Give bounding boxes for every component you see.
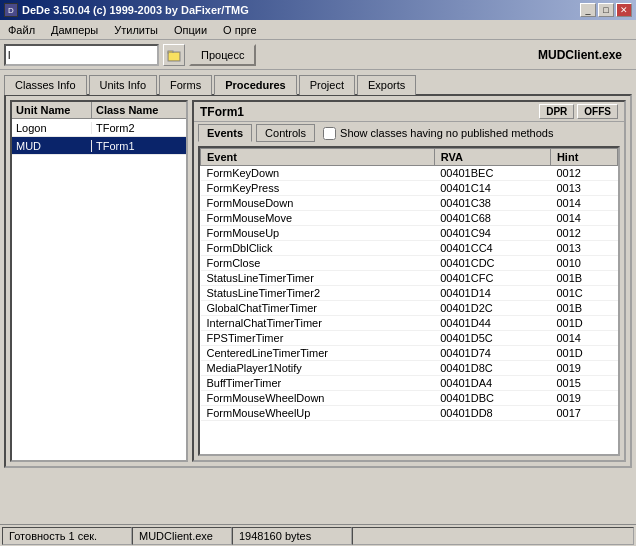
table-row[interactable]: FormMouseWheelDown00401DBC0019	[201, 391, 618, 406]
main-tabs: Classes Info Units Info Forms Procedures…	[4, 74, 632, 94]
hint-cell: 0015	[550, 376, 617, 391]
show-classes-checkbox[interactable]	[323, 127, 336, 140]
tab-events[interactable]: Events	[198, 124, 252, 142]
process-button[interactable]: Процесс	[189, 44, 256, 66]
events-table-header-row: Event RVA Hint	[201, 149, 618, 166]
content-area: Unit Name Class Name Logon TForm2 MUD TF…	[10, 100, 626, 462]
menu-utilities[interactable]: Утилиты	[110, 22, 162, 38]
hint-cell: 0012	[550, 226, 617, 241]
load-button[interactable]	[163, 44, 185, 66]
rva-cell: 00401CC4	[434, 241, 550, 256]
menu-options[interactable]: Опции	[170, 22, 211, 38]
event-cell: FormKeyPress	[201, 181, 435, 196]
rva-cell: 00401D5C	[434, 331, 550, 346]
tab-content-panel: Unit Name Class Name Logon TForm2 MUD TF…	[4, 94, 632, 468]
unit-name-cell: MUD	[12, 140, 92, 152]
event-cell: MediaPlayer1Notify	[201, 361, 435, 376]
maximize-button[interactable]: □	[598, 3, 614, 17]
class-name-header: Class Name	[92, 102, 186, 118]
status-filesize: 1948160 bytes	[232, 527, 352, 545]
svg-rect-2	[169, 53, 179, 60]
toolbar: Процесс MUDClient.exe	[0, 40, 636, 70]
rva-cell: 00401DA4	[434, 376, 550, 391]
events-table-body: FormKeyDown00401BEC0012FormKeyPress00401…	[201, 166, 618, 421]
menu-file[interactable]: Файл	[4, 22, 39, 38]
menu-dampers[interactable]: Дамперы	[47, 22, 102, 38]
hint-cell: 0010	[550, 256, 617, 271]
unit-list-panel: Unit Name Class Name Logon TForm2 MUD TF…	[10, 100, 188, 462]
menu-bar: Файл Дамперы Утилиты Опции О прге	[0, 20, 636, 40]
table-row[interactable]: StatusLineTimerTimer00401CFC001B	[201, 271, 618, 286]
rva-cell: 00401D2C	[434, 301, 550, 316]
hint-cell: 0014	[550, 331, 617, 346]
title-bar: D DeDe 3.50.04 (c) 1999-2003 by DaFixer/…	[0, 0, 636, 20]
rva-cell: 00401DBC	[434, 391, 550, 406]
show-classes-checkbox-area: Show classes having no published methods	[323, 127, 553, 140]
list-item[interactable]: MUD TForm1	[12, 137, 186, 155]
table-row[interactable]: MediaPlayer1Notify00401D8C0019	[201, 361, 618, 376]
rva-col-header: RVA	[434, 149, 550, 166]
hint-cell: 0017	[550, 406, 617, 421]
table-row[interactable]: InternalChatTimerTimer00401D44001D	[201, 316, 618, 331]
right-panel: TForm1 DPR OFFS Events Controls Show cla…	[192, 100, 626, 462]
hint-col-header: Hint	[550, 149, 617, 166]
tab-controls[interactable]: Controls	[256, 124, 315, 142]
hint-cell: 001B	[550, 271, 617, 286]
search-input[interactable]	[4, 44, 159, 66]
tab-classes-info[interactable]: Classes Info	[4, 75, 87, 95]
hint-cell: 001C	[550, 286, 617, 301]
offs-button[interactable]: OFFS	[577, 104, 618, 119]
rva-cell: 00401CFC	[434, 271, 550, 286]
table-row[interactable]: CenteredLineTimerTimer00401D74001D	[201, 346, 618, 361]
table-row[interactable]: FormMouseDown00401C380014	[201, 196, 618, 211]
tab-units-info[interactable]: Units Info	[89, 75, 157, 95]
rva-cell: 00401CDC	[434, 256, 550, 271]
event-cell: FormMouseWheelDown	[201, 391, 435, 406]
table-row[interactable]: FormDblClick00401CC40013	[201, 241, 618, 256]
unit-name-header: Unit Name	[12, 102, 92, 118]
tab-forms[interactable]: Forms	[159, 75, 212, 95]
tab-exports[interactable]: Exports	[357, 75, 416, 95]
table-row[interactable]: StatusLineTimerTimer200401D14001C	[201, 286, 618, 301]
rva-cell: 00401D74	[434, 346, 550, 361]
event-cell: BuffTimerTimer	[201, 376, 435, 391]
title-bar-buttons: _ □ ✕	[580, 3, 632, 17]
table-row[interactable]: FormMouseMove00401C680014	[201, 211, 618, 226]
unit-list-body: Logon TForm2 MUD TForm1	[12, 119, 186, 155]
tab-procedures[interactable]: Procedures	[214, 75, 297, 95]
inner-tabs-row: Events Controls Show classes having no p…	[194, 122, 624, 144]
table-row[interactable]: GlobalChatTimerTimer00401D2C001B	[201, 301, 618, 316]
form-title: TForm1	[200, 105, 536, 119]
hint-cell: 001D	[550, 346, 617, 361]
table-row[interactable]: FormMouseWheelUp00401DD80017	[201, 406, 618, 421]
app-title: MUDClient.exe	[538, 48, 632, 62]
events-table-wrapper[interactable]: Event RVA Hint FormKeyDown00401BEC0012Fo…	[198, 146, 620, 456]
close-button[interactable]: ✕	[616, 3, 632, 17]
status-filename: MUDClient.exe	[132, 527, 232, 545]
hint-cell: 001B	[550, 301, 617, 316]
list-item[interactable]: Logon TForm2	[12, 119, 186, 137]
hint-cell: 0014	[550, 196, 617, 211]
table-row[interactable]: FormClose00401CDC0010	[201, 256, 618, 271]
unit-name-cell: Logon	[12, 122, 92, 134]
table-row[interactable]: FormKeyPress00401C140013	[201, 181, 618, 196]
event-cell: StatusLineTimerTimer2	[201, 286, 435, 301]
minimize-button[interactable]: _	[580, 3, 596, 17]
event-cell: GlobalChatTimerTimer	[201, 301, 435, 316]
dpr-button[interactable]: DPR	[539, 104, 574, 119]
event-cell: FormMouseWheelUp	[201, 406, 435, 421]
title-bar-text: DeDe 3.50.04 (c) 1999-2003 by DaFixer/TM…	[22, 4, 249, 16]
event-cell: FormClose	[201, 256, 435, 271]
tab-project[interactable]: Project	[299, 75, 355, 95]
table-row[interactable]: FormKeyDown00401BEC0012	[201, 166, 618, 181]
rva-cell: 00401C94	[434, 226, 550, 241]
table-row[interactable]: BuffTimerTimer00401DA40015	[201, 376, 618, 391]
hint-cell: 0012	[550, 166, 617, 181]
hint-cell: 0013	[550, 181, 617, 196]
unit-list-header: Unit Name Class Name	[12, 102, 186, 119]
table-row[interactable]: FormMouseUp00401C940012	[201, 226, 618, 241]
table-row[interactable]: FPSTimerTimer00401D5C0014	[201, 331, 618, 346]
menu-about[interactable]: О прге	[219, 22, 261, 38]
hint-cell: 0013	[550, 241, 617, 256]
event-cell: FormKeyDown	[201, 166, 435, 181]
